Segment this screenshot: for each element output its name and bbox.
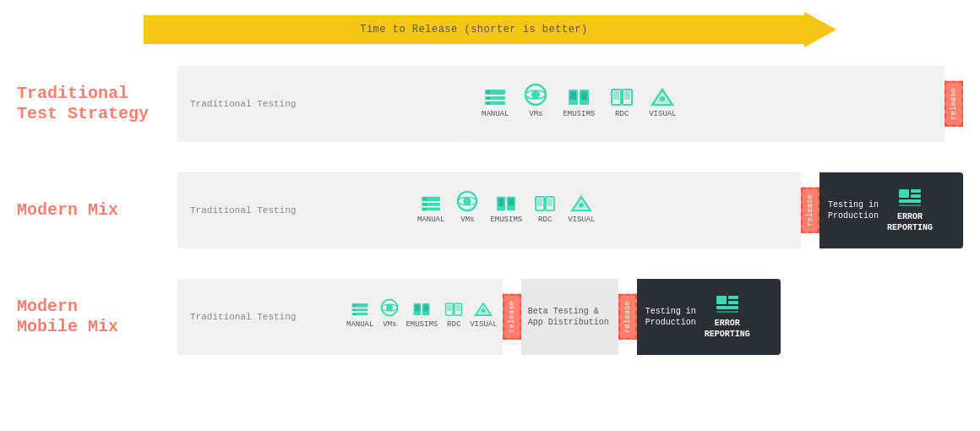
icon-label-vms-3: VMs [383, 320, 396, 329]
beta-label: Beta Testing &App Distribution [528, 306, 609, 328]
svg-rect-70 [728, 301, 738, 304]
icon-rdc-1: RDC [610, 88, 634, 118]
svg-rect-51 [353, 309, 356, 311]
svg-rect-12 [581, 91, 587, 100]
icon-label-manual-1: MANUAL [482, 110, 509, 118]
icon-visual-3: VISUAL [470, 302, 497, 329]
icon-label-manual-2: MANUAL [417, 216, 444, 224]
row-label-traditional: TraditionalTest Strategy [17, 84, 177, 124]
svg-rect-24 [423, 198, 427, 200]
icon-label-vms-2: VMs [460, 216, 474, 224]
icon-vms-2: VMs [456, 190, 478, 224]
svg-rect-5 [487, 102, 490, 105]
arrow-label: Time to Release (shorter is better) [360, 24, 588, 35]
svg-rect-52 [353, 314, 356, 315]
arrow-body: Time to Release (shorter is better) [144, 15, 804, 44]
svg-rect-11 [570, 91, 576, 100]
release-badge-3b: release [618, 294, 637, 340]
icon-rdc-3: RDC [444, 302, 463, 329]
svg-rect-64 [456, 305, 461, 312]
strategy-rows: TraditionalTest Strategy Traditional Tes… [17, 54, 963, 367]
svg-rect-32 [498, 199, 504, 206]
icon-label-visual-2: VISUAL [568, 216, 595, 224]
svg-rect-42 [899, 189, 909, 198]
svg-rect-38 [547, 199, 553, 206]
svg-rect-71 [716, 306, 738, 309]
icon-visual-2: VISUAL [568, 195, 595, 224]
icon-label-visual-3: VISUAL [470, 320, 497, 329]
icon-label-rdc-3: RDC [447, 320, 460, 329]
release-badge-2: release [801, 188, 819, 233]
icon-label-rdc-2: RDC [538, 216, 552, 224]
svg-point-54 [386, 304, 393, 311]
svg-rect-26 [423, 208, 427, 210]
icon-label-vms-1: VMs [529, 110, 542, 118]
time-arrow: Time to Release (shorter is better) [144, 12, 836, 47]
svg-rect-58 [415, 305, 420, 312]
icon-label-emusims-2: EMUSIMS [490, 216, 522, 224]
svg-rect-25 [423, 204, 427, 205]
dark-section-2: Testing inProduction ERRORREPORTING [819, 172, 963, 248]
svg-point-67 [482, 308, 486, 313]
row-modern-mobile: ModernMobile Mix Traditional Testing [17, 267, 963, 367]
testing-in-production-3: Testing inProduction [645, 306, 696, 328]
svg-rect-50 [353, 304, 356, 306]
svg-point-28 [464, 197, 471, 205]
svg-rect-17 [624, 91, 630, 100]
icon-emusims-3: EMUSIMS [406, 302, 438, 329]
trad-band-1: Traditional Testing [177, 66, 465, 142]
svg-rect-4 [487, 97, 490, 100]
modern-mix-title: Modern Mix [17, 200, 169, 221]
page: Time to Release (shorter is better) Trad… [0, 0, 980, 431]
error-reporting-label-2: ERRORREPORTING [887, 211, 933, 233]
testing-in-production-2: Testing inProduction [828, 199, 879, 221]
icon-vms-3: VMs [380, 298, 399, 329]
release-badge-1: release [945, 81, 963, 127]
trad-label-3: Traditional Testing [190, 312, 296, 322]
icon-manual-1: MANUAL [482, 88, 509, 118]
svg-rect-72 [716, 311, 738, 313]
svg-rect-43 [911, 189, 921, 193]
icon-manual-3: MANUAL [346, 302, 373, 329]
svg-point-41 [580, 203, 584, 207]
svg-rect-37 [537, 199, 542, 206]
row-label-modern-mix: Modern Mix [17, 200, 177, 221]
svg-rect-46 [899, 205, 921, 206]
trad-band-3: Traditional Testing [177, 279, 338, 355]
icon-label-emusims-1: EMUSIMS [563, 110, 595, 118]
icon-emusims-1: EMUSIMS [563, 88, 595, 118]
error-reporting-label-3: ERRORREPORTING [705, 318, 750, 340]
svg-rect-68 [716, 296, 727, 304]
icon-visual-1: VISUAL [649, 88, 676, 118]
row-traditional: TraditionalTest Strategy Traditional Tes… [17, 54, 963, 154]
icon-label-visual-1: VISUAL [649, 110, 676, 118]
icon-vms-1: VMs [524, 83, 547, 118]
trad-label-2: Traditional Testing [190, 205, 296, 216]
dark-section-3: Testing inProduction ERRORREPORTING [637, 279, 781, 355]
svg-rect-33 [509, 199, 514, 206]
trad-label-1: Traditional Testing [190, 99, 296, 109]
svg-rect-69 [728, 296, 738, 299]
svg-rect-3 [487, 91, 490, 94]
icon-manual-2: MANUAL [417, 195, 444, 224]
traditional-title: TraditionalTest Strategy [17, 84, 169, 124]
svg-rect-59 [424, 305, 429, 312]
icon-rdc-2: RDC [534, 195, 556, 224]
svg-point-20 [660, 96, 665, 101]
icon-label-emusims-3: EMUSIMS [406, 320, 438, 329]
arrow-head [804, 12, 836, 47]
svg-rect-45 [899, 199, 921, 203]
row-modern-mix: Modern Mix Traditional Testing [17, 161, 963, 260]
release-badge-3a: release [503, 294, 521, 340]
beta-section: Beta Testing &App Distribution [521, 279, 618, 355]
svg-point-7 [531, 90, 540, 99]
svg-rect-44 [911, 194, 921, 198]
svg-rect-63 [447, 305, 452, 312]
icon-label-rdc-1: RDC [615, 110, 629, 118]
modern-mobile-title: ModernMobile Mix [17, 297, 169, 337]
icon-emusims-2: EMUSIMS [490, 195, 522, 224]
icon-label-manual-3: MANUAL [346, 320, 373, 329]
trad-band-2: Traditional Testing [177, 172, 406, 248]
svg-rect-16 [613, 91, 619, 100]
row-label-modern-mobile: ModernMobile Mix [17, 297, 177, 337]
